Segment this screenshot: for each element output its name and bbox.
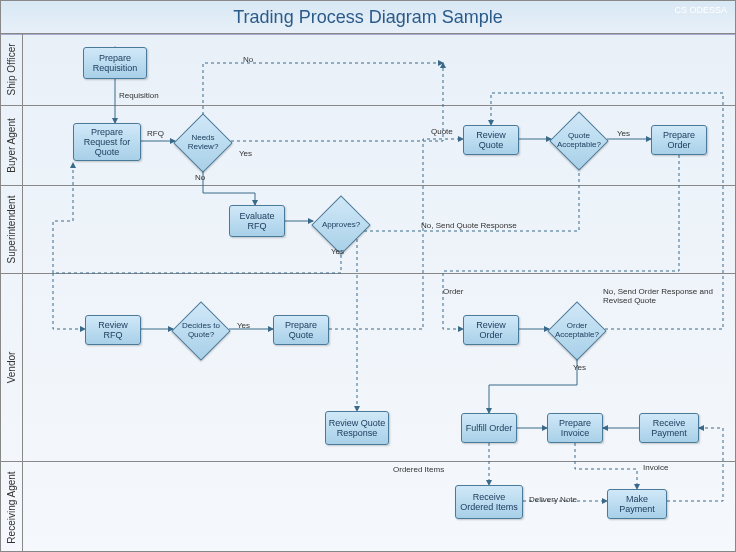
process-review-quote-response: Review Quote Response [325, 411, 389, 445]
decision-order-acceptable: Order Acceptable? [549, 311, 605, 351]
diagram-content: Prepare RequisitionPrepare Request for Q… [23, 33, 735, 551]
process-evaluate-rfq: Evaluate RFQ [229, 205, 285, 237]
lane-label-text: Vendor [6, 352, 17, 384]
decision-needs-review: Needs Review? [175, 123, 231, 163]
edge-label: Yes [237, 321, 250, 330]
process-prepare-order: Prepare Order [651, 125, 707, 155]
logo-text: CS ODESSA [674, 5, 727, 15]
lane-label-buyer-agent: Buyer Agent [1, 106, 23, 185]
decision-label: Approves? [322, 221, 360, 230]
lane-label-text: Ship Officer [6, 43, 17, 95]
lane-label-text: Buyer Agent [6, 118, 17, 172]
edge-label: Yes [617, 129, 630, 138]
process-prepare-invoice: Prepare Invoice [547, 413, 603, 443]
edge-label: No [243, 55, 253, 64]
lane-label-receiving-agent: Receiving Agent [1, 462, 23, 552]
edge-label: No, Send Quote Response [421, 221, 517, 230]
process-prepare-rfq: Prepare Request for Quote [73, 123, 141, 161]
decision-label: Quote Acceptable? [551, 132, 607, 150]
decision-decides-quote: Decides to Quote? [173, 311, 229, 351]
lane-label-text: Superintendent [6, 196, 17, 264]
edge-label: Quote [431, 127, 453, 136]
lane-label-ship-officer: Ship Officer [1, 34, 23, 105]
edge-label: No, Send Order Response and Revised Quot… [603, 287, 735, 305]
lane-label-superintendent: Superintendent [1, 186, 23, 273]
diagram-frame: Trading Process Diagram Sample CS ODESSA… [0, 0, 736, 552]
edge-label: Yes [331, 247, 344, 256]
process-receive-ordered-items: Receive Ordered Items [455, 485, 523, 519]
decision-quote-acceptable: Quote Acceptable? [551, 121, 607, 161]
process-review-rfq: Review RFQ [85, 315, 141, 345]
edge-label: Yes [239, 149, 252, 158]
decision-label: Needs Review? [175, 134, 231, 152]
edge-label: Invoice [643, 463, 668, 472]
edge-label: Requisition [119, 91, 159, 100]
decision-approves: Approves? [313, 205, 369, 245]
process-review-order: Review Order [463, 315, 519, 345]
edge-label: Ordered Items [393, 465, 444, 474]
process-review-quote: Review Quote [463, 125, 519, 155]
lane-label-vendor: Vendor [1, 274, 23, 461]
lane-label-text: Receiving Agent [6, 471, 17, 543]
decision-label: Order Acceptable? [549, 322, 605, 340]
decision-label: Decides to Quote? [173, 322, 229, 340]
process-prepare-requisition: Prepare Requisition [83, 47, 147, 79]
process-receive-payment: Receive Payment [639, 413, 699, 443]
process-fulfill-order: Fulfill Order [461, 413, 517, 443]
edge-label: Order [443, 287, 463, 296]
process-make-payment: Make Payment [607, 489, 667, 519]
edge-label: No [195, 173, 205, 182]
diagram-title: Trading Process Diagram Sample [1, 1, 735, 35]
edge-label: Yes [573, 363, 586, 372]
edge-label: RFQ [147, 129, 164, 138]
edge-label: Delivery Note [529, 495, 577, 504]
process-prepare-quote: Prepare Quote [273, 315, 329, 345]
